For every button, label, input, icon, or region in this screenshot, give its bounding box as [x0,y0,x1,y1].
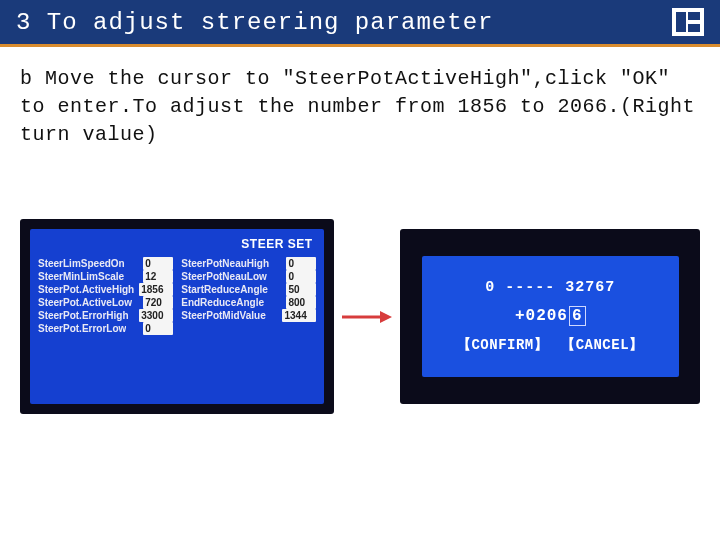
param-label: SteerLimSpeedOn [38,258,125,269]
param-label: SteerPot.ErrorLow [38,323,126,334]
param-value[interactable]: 0 [286,257,316,270]
value-prefix: +0206 [515,307,568,325]
confirm-button[interactable]: 【CONFIRM】 [457,337,548,353]
svg-rect-2 [688,12,700,20]
param-value[interactable]: 720 [143,296,173,309]
param-label: SteerPotNeauHigh [181,258,269,269]
param-label: EndReduceAngle [181,297,264,308]
instruction-text: b Move the cursor to "SteerPotActiveHigh… [0,47,720,159]
brand-logo-icon [672,8,704,36]
param-row: SteerPot.ActiveLow720 [38,296,173,309]
svg-marker-5 [380,311,392,323]
value-edit-digit[interactable]: 6 [569,306,586,326]
param-row: SteerPot.ActiveHigh1856 [38,283,173,296]
param-label: StartReduceAngle [181,284,268,295]
param-row: SteerPot.ErrorLow0 [38,322,173,335]
value-edit-panel: 0 ----- 32767 +02066 【CONFIRM】 【CANCEL】 [422,256,679,377]
device-screen-value-edit: 0 ----- 32767 +02066 【CONFIRM】 【CANCEL】 [400,229,700,404]
param-value[interactable]: 0 [143,322,173,335]
param-label: SteerPot.ErrorHigh [38,310,129,321]
param-row: SteerLimSpeedOn0 [38,257,173,270]
arrow-icon [342,309,392,325]
param-value[interactable]: 50 [286,283,316,296]
param-value[interactable]: 800 [286,296,316,309]
param-value[interactable]: 12 [143,270,173,283]
param-value[interactable]: 1344 [282,309,316,322]
steer-param-grid: SteerLimSpeedOn0 SteerMinLimScale12 Stee… [38,257,316,335]
title-bar: 3 To adjust streering parameter [0,0,720,47]
param-row: SteerPotNeauLow0 [181,270,316,283]
param-row: EndReduceAngle800 [181,296,316,309]
svg-rect-3 [688,24,700,32]
value-range: 0 ----- 32767 [485,279,615,296]
param-label: SteerPot.ActiveLow [38,297,132,308]
param-row: SteerPotNeauHigh0 [181,257,316,270]
param-value[interactable]: 0 [143,257,173,270]
param-label: SteerPotNeauLow [181,271,267,282]
confirm-cancel-row: 【CONFIRM】 【CANCEL】 [455,336,646,354]
device-screen-steer-set: STEER SET SteerLimSpeedOn0 SteerMinLimSc… [20,219,334,414]
page-title: 3 To adjust streering parameter [16,9,493,36]
screenshots-row: STEER SET SteerLimSpeedOn0 SteerMinLimSc… [0,159,720,414]
param-row: SteerPot.ErrorHigh3300 [38,309,173,322]
steer-right-col: SteerPotNeauHigh0 SteerPotNeauLow0 Start… [181,257,316,335]
param-row: SteerMinLimScale12 [38,270,173,283]
param-label: SteerPot.ActiveHigh [38,284,134,295]
param-label: SteerMinLimScale [38,271,124,282]
param-value[interactable]: 0 [286,270,316,283]
param-value[interactable]: 1856 [139,283,173,296]
svg-rect-1 [676,12,686,32]
param-row: StartReduceAngle50 [181,283,316,296]
value-current: +02066 [515,306,586,326]
param-value[interactable]: 3300 [139,309,173,322]
steer-set-heading: STEER SET [38,235,316,257]
steer-set-panel: STEER SET SteerLimSpeedOn0 SteerMinLimSc… [30,229,324,404]
cancel-button[interactable]: 【CANCEL】 [561,337,643,353]
param-label: SteerPotMidValue [181,310,265,321]
steer-left-col: SteerLimSpeedOn0 SteerMinLimScale12 Stee… [38,257,173,335]
param-row: SteerPotMidValue1344 [181,309,316,322]
